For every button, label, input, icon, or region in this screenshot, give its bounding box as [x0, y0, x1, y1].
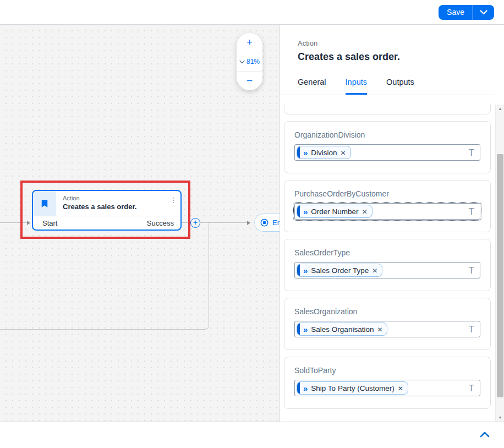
flow-connector-mid — [182, 222, 191, 223]
chip-accent-bar — [297, 381, 300, 395]
tab-general[interactable]: General — [298, 78, 326, 95]
chip-label: Order Number — [311, 207, 358, 216]
chip-accent-bar — [297, 205, 300, 218]
binding-icon: » — [303, 384, 308, 392]
save-button[interactable]: Save — [439, 5, 473, 20]
text-type-icon[interactable]: T — [469, 384, 474, 393]
binding-chip[interactable]: » Sales Organisation ✕ — [297, 323, 387, 336]
end-node[interactable]: End — [254, 214, 280, 232]
zoom-in-button[interactable]: + — [237, 33, 262, 52]
close-icon[interactable]: ✕ — [372, 267, 377, 274]
node-type-label: Action — [63, 194, 166, 202]
field-card-purchase-order: PurchaseOrderByCustomer » Order Number ✕… — [284, 180, 491, 232]
zoom-level-value: 81% — [246, 58, 260, 65]
action-node-header: Action Creates a sales order. ⋮ — [33, 191, 180, 216]
bookmark-icon — [33, 191, 56, 216]
binding-icon: » — [303, 149, 308, 157]
field-input-sales-organization[interactable]: » Sales Organisation ✕ T — [294, 321, 480, 337]
chip-accent-bar — [297, 146, 300, 159]
chip-accent-bar — [297, 323, 300, 336]
process-canvas[interactable]: + Action Creates a sales order. ⋮ Start … — [0, 25, 280, 422]
chip-accent-bar — [297, 264, 300, 277]
field-input-purchase-order[interactable]: » Order Number ✕ T — [294, 203, 480, 220]
scroll-down-icon[interactable]: ▼ — [496, 416, 504, 419]
chevron-down-icon — [480, 8, 487, 17]
panel-kind-label: Action — [298, 39, 504, 47]
kebab-menu-icon[interactable]: ⋮ — [166, 191, 180, 216]
field-label: OrganizationDivision — [294, 130, 480, 139]
action-node-footer: Start Success — [33, 216, 180, 230]
field-card-sales-organization: SalesOrganization » Sales Organisation ✕… — [284, 298, 491, 350]
panel-scrollbar[interactable]: ▲ ▼ — [495, 105, 504, 422]
end-label: End — [272, 218, 280, 227]
text-type-icon[interactable]: T — [469, 325, 474, 334]
arrowhead-icon — [247, 221, 250, 225]
close-icon[interactable]: ✕ — [341, 149, 346, 156]
action-node[interactable]: Action Creates a sales order. ⋮ Start Su… — [32, 190, 182, 231]
node-start-label: Start — [42, 219, 57, 227]
close-icon[interactable]: ✕ — [362, 208, 368, 215]
binding-chip[interactable]: » Division ✕ — [297, 146, 351, 159]
end-icon — [260, 218, 269, 227]
binding-icon: » — [303, 266, 308, 275]
properties-panel: Action Creates a sales order. General In… — [280, 25, 504, 422]
save-menu-button[interactable] — [473, 5, 494, 20]
node-title: Creates a sales order. — [63, 202, 166, 211]
top-toolbar: Save — [0, 0, 504, 25]
panel-title: Creates a sales order. — [298, 51, 504, 63]
zoom-control: + 81% − — [237, 33, 262, 90]
inputs-form: OrganizationDivision » Division ✕ T Purc… — [280, 105, 496, 422]
chevron-down-icon — [239, 60, 245, 64]
zoom-level-dropdown[interactable]: 81% — [237, 52, 262, 72]
binding-chip[interactable]: » Order Number ✕ — [297, 205, 372, 218]
panel-header: Action Creates a sales order. — [280, 25, 504, 63]
text-type-icon[interactable]: T — [469, 266, 474, 275]
field-card-sold-to-party: SoldToParty » Ship To Party (Customer) ✕… — [284, 357, 491, 409]
field-input-sold-to-party[interactable]: » Ship To Party (Customer) ✕ T — [294, 380, 480, 396]
zoom-out-button[interactable]: − — [237, 72, 262, 90]
field-label: SalesOrganization — [294, 307, 480, 316]
field-input-sales-order-type[interactable]: » Sales Order Type ✕ T — [294, 262, 480, 278]
text-type-icon[interactable]: T — [469, 148, 474, 157]
field-label: SoldToParty — [294, 366, 480, 375]
text-type-icon[interactable]: T — [469, 207, 474, 216]
chip-label: Ship To Party (Customer) — [311, 384, 394, 392]
add-step-button[interactable]: + — [190, 218, 200, 228]
collapse-panel-button[interactable] — [480, 431, 490, 439]
binding-chip[interactable]: » Ship To Party (Customer) ✕ — [297, 381, 408, 395]
binding-chip[interactable]: » Sales Order Type ✕ — [297, 264, 382, 277]
binding-icon: » — [303, 207, 308, 216]
chip-label: Sales Order Type — [311, 266, 369, 275]
action-node-texts: Action Creates a sales order. — [56, 191, 166, 216]
close-icon[interactable]: ✕ — [398, 385, 403, 392]
tab-inputs[interactable]: Inputs — [346, 78, 368, 95]
panel-tabs: General Inputs Outputs — [280, 78, 495, 95]
field-card-organization-division: OrganizationDivision » Division ✕ T — [284, 121, 491, 173]
bottom-bar — [0, 422, 504, 448]
tab-outputs[interactable]: Outputs — [386, 78, 414, 95]
field-label: PurchaseOrderByCustomer — [294, 189, 480, 198]
chip-label: Sales Organisation — [311, 325, 374, 334]
field-card-partial — [284, 105, 491, 114]
node-success-label: Success — [147, 219, 174, 227]
chevron-up-icon — [480, 431, 490, 439]
binding-icon: » — [303, 325, 308, 334]
close-icon[interactable]: ✕ — [377, 326, 382, 333]
field-card-sales-order-type: SalesOrderType » Sales Order Type ✕ T — [284, 239, 491, 291]
field-input-organization-division[interactable]: » Division ✕ T — [294, 144, 480, 161]
chip-label: Division — [311, 149, 337, 157]
flow-connector-out — [200, 222, 248, 223]
field-label: SalesOrderType — [294, 248, 480, 257]
flow-connector-branch — [0, 223, 209, 330]
scrollbar-thumb[interactable] — [497, 154, 503, 397]
save-split-button: Save — [439, 5, 494, 20]
scroll-up-icon[interactable]: ▲ — [496, 107, 504, 111]
